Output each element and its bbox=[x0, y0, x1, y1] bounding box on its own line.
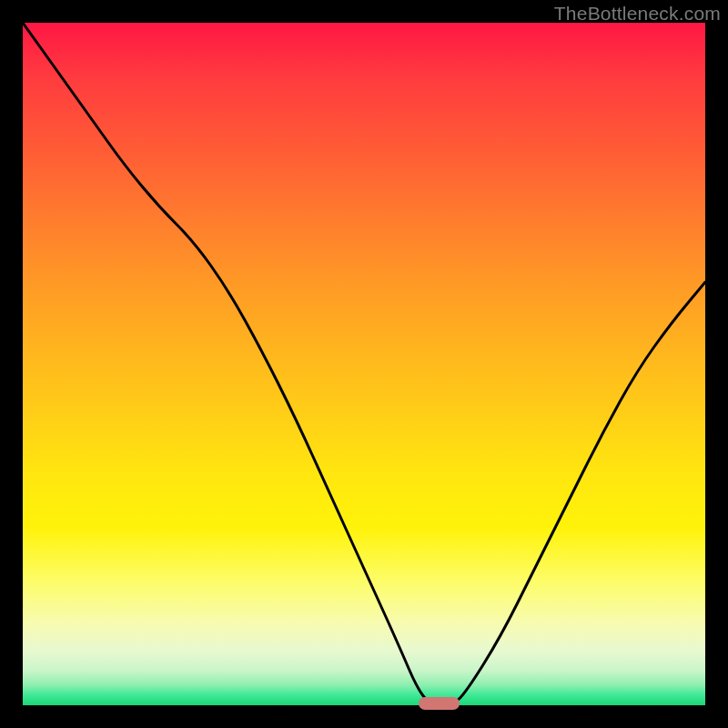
chart-frame: TheBottleneck.com bbox=[0, 0, 728, 728]
bottleneck-minimum-marker bbox=[419, 697, 460, 710]
watermark-text: TheBottleneck.com bbox=[554, 3, 721, 25]
plot-area bbox=[23, 23, 705, 705]
bottleneck-curve bbox=[23, 23, 705, 705]
